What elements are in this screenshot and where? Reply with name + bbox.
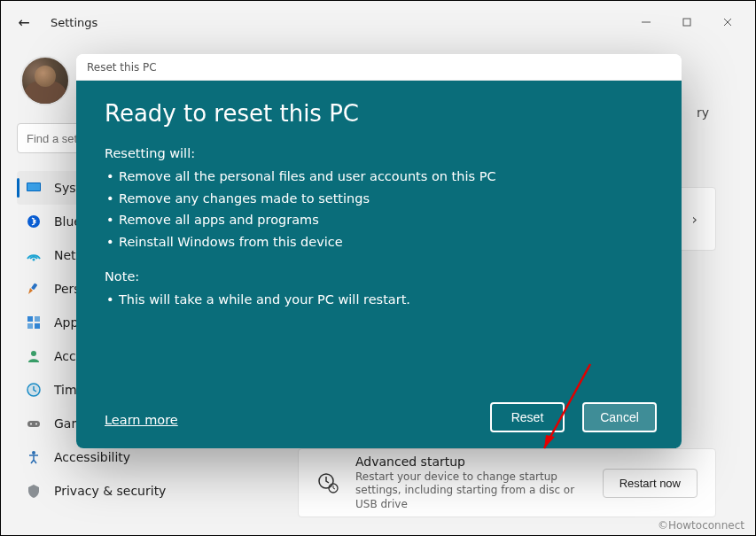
cancel-button[interactable]: Cancel	[582, 402, 657, 432]
svg-rect-9	[27, 316, 33, 322]
dialog-title: Ready to reset this PC	[105, 100, 653, 127]
bluetooth-icon	[26, 214, 42, 229]
advanced-startup-card: Advanced startup Restart your device to …	[298, 448, 716, 517]
reset-dialog: Reset this PC Ready to reset this PC Res…	[76, 54, 682, 448]
resetting-item: Remove all the personal files and user a…	[105, 166, 653, 188]
gaming-icon	[26, 416, 42, 431]
apps-icon	[26, 315, 42, 330]
window-controls	[626, 8, 748, 36]
resetting-item: Remove any changes made to settings	[105, 188, 653, 210]
maximize-button[interactable]	[666, 8, 707, 36]
system-icon	[26, 180, 42, 196]
minimize-button[interactable]	[626, 8, 666, 36]
dialog-body: Ready to reset this PC Resetting will: R…	[76, 81, 682, 448]
advanced-startup-desc: Restart your device to change startup se…	[355, 470, 587, 512]
advanced-startup-title: Advanced startup	[355, 454, 587, 469]
svg-point-15	[27, 384, 40, 396]
sidebar-item-label: Privacy & security	[54, 484, 166, 498]
svg-rect-16	[27, 421, 40, 427]
note-item: This will take a while and your PC will …	[105, 289, 653, 311]
resetting-item: Reinstall Windows from this device	[105, 231, 653, 253]
svg-point-13	[31, 351, 36, 356]
accessibility-icon	[26, 449, 42, 465]
time-icon	[26, 382, 42, 398]
restart-now-button[interactable]: Restart now	[603, 469, 698, 498]
resetting-label: Resetting will:	[105, 146, 653, 160]
window-title: Settings	[51, 16, 97, 29]
learn-more-link[interactable]: Learn more	[105, 413, 178, 427]
svg-rect-5	[27, 183, 40, 190]
resetting-item: Remove all apps and programs	[105, 209, 653, 231]
svg-point-18	[35, 423, 37, 425]
chevron-right-icon: ›	[692, 211, 698, 228]
sidebar-item-label: Accessibility	[54, 450, 130, 464]
sidebar-item-privacy[interactable]: Privacy & security	[17, 474, 267, 508]
personalization-icon	[26, 281, 42, 297]
close-button[interactable]	[707, 8, 748, 36]
title-bar: ← Settings	[1, 1, 755, 43]
dialog-header: Reset this PC	[76, 54, 682, 81]
svg-point-7	[33, 259, 35, 261]
svg-point-17	[30, 423, 32, 425]
svg-rect-12	[35, 323, 40, 329]
back-arrow-icon: ←	[18, 14, 29, 31]
dialog-buttons: Reset Cancel	[490, 402, 657, 432]
accounts-icon	[26, 348, 42, 364]
reset-button[interactable]: Reset	[490, 402, 565, 432]
network-icon	[26, 247, 42, 263]
recovery-heading-partial: ry	[697, 105, 709, 120]
note-list: This will take a while and your PC will …	[105, 289, 653, 311]
svg-rect-11	[27, 323, 33, 329]
resetting-list: Remove all the personal files and user a…	[105, 166, 653, 253]
svg-rect-10	[35, 316, 40, 322]
privacy-icon	[26, 483, 42, 499]
watermark: ©Howtoconnect	[658, 519, 744, 532]
advanced-startup-text: Advanced startup Restart your device to …	[355, 454, 587, 512]
back-button[interactable]: ←	[8, 6, 40, 38]
svg-point-19	[32, 451, 35, 454]
svg-rect-1	[683, 19, 690, 26]
advanced-startup-icon	[316, 471, 339, 494]
note-label: Note:	[105, 269, 653, 284]
avatar	[20, 56, 70, 105]
svg-rect-8	[31, 283, 37, 290]
